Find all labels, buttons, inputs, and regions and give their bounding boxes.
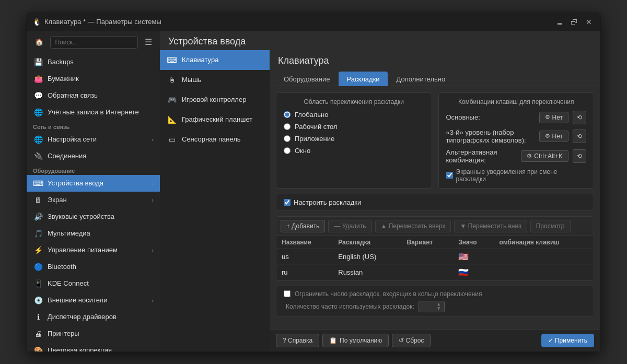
hamburger-button[interactable]: ☰ [142,36,155,49]
main-panel: Устройства ввода ⌨ Клавиатура 🖱 Мышь 🎮 [160,31,600,351]
table-row[interactable]: us English (US) 🇺🇸 [276,249,594,264]
main-shortcut-reset[interactable]: ⟲ [573,111,586,124]
device-tablet[interactable]: 📐 Графический планшет [160,110,270,130]
sidebar-item-multimedia[interactable]: 🎵 Мультимедиа [27,225,160,242]
row-shortcut [494,264,594,280]
screen-notify-checkbox[interactable] [446,172,453,179]
section-network: Сеть и связь [27,121,160,131]
devices-list: ⌨ Клавиатура 🖱 Мышь 🎮 Игровой контроллер… [160,50,270,351]
alt-shortcut-btn[interactable]: ⚙ Ctrl+Alt+K [521,150,568,162]
configure-checkbox[interactable] [284,199,291,206]
radio-desktop[interactable]: Рабочий стол [284,123,424,131]
sidebar-item-connections[interactable]: 🔌 Соединения [27,148,160,165]
home-button[interactable]: 🏠 [32,35,46,50]
bluetooth-icon: 🔵 [33,262,43,272]
device-touchpad[interactable]: ▭ Сенсорная панель [160,130,270,149]
sidebar: 🏠 ☰ 💾 Backups 👛 Бумажник 💬 Обратная связ… [27,31,160,351]
color-icon: 🎨 [33,345,43,351]
apply-button[interactable]: ✓ Применить [541,334,594,347]
sound-icon: 🔊 [33,212,43,222]
move-down-button[interactable]: ▼ Переместить вниз [454,220,527,232]
device-keyboard[interactable]: ⌨ Клавиатура [160,50,270,70]
reset-button[interactable]: ↺ Сброс [392,334,431,347]
add-button[interactable]: + Добавить [281,220,325,232]
app-icon: 🐧 [32,17,41,27]
sidebar-item-sound[interactable]: 🔊 Звуковые устройства [27,208,160,225]
level3-shortcut-reset[interactable]: ⟲ [573,130,586,143]
radio-window[interactable]: Окно [284,147,424,155]
sidebar-item-wallet[interactable]: 👛 Бумажник [27,71,160,87]
minimize-button[interactable]: 🗕 [553,17,566,27]
row-layout: Russian [333,264,401,280]
radio-window-input[interactable] [284,147,291,154]
content-area: 🏠 ☰ 💾 Backups 👛 Бумажник 💬 Обратная связ… [27,31,600,351]
sidebar-item-label: Мультимедиа [48,229,154,237]
tab-advanced[interactable]: Дополнительно [389,72,454,86]
sidebar-item-network[interactable]: 🌐 Настройка сети › [27,131,160,148]
sidebar-item-backups[interactable]: 💾 Backups [27,54,160,71]
count-spinner[interactable]: ▲ ▼ [419,301,445,312]
arrow-icon: › [152,297,154,303]
sidebar-item-bluetooth[interactable]: 🔵 Bluetooth [27,259,160,275]
search-input[interactable] [50,36,138,49]
move-up-button[interactable]: ▲ Переместить вверх [375,220,451,232]
tab-hardware[interactable]: Оборудование [276,72,338,86]
tab-content-layouts: Область переключения раскладки Глобально… [270,86,600,329]
sidebar-item-input-devices[interactable]: ⌨ Устройства ввода › [27,175,160,192]
power-icon: ⚡ [33,245,43,255]
device-mouse[interactable]: 🖱 Мышь [160,70,270,90]
radio-desktop-input[interactable] [284,123,291,130]
main-shortcut-btn[interactable]: ⚙ Нет [539,112,568,123]
backups-icon: 💾 [33,57,43,67]
panel-header: Устройства ввода [160,31,600,50]
row-variant [402,264,454,280]
sidebar-item-removable[interactable]: 💿 Внешние носители › [27,292,160,309]
help-button[interactable]: ? Справка [276,334,319,347]
restore-button[interactable]: 🗗 [568,17,580,27]
radio-app-input[interactable] [284,135,291,142]
close-button[interactable]: ✕ [583,17,595,27]
titlebar: 🐧 Клавиатура * — Параметры системы 🗕 🗗 ✕ [27,13,600,31]
col-name: Название [276,236,333,249]
radio-global-input[interactable] [284,111,291,118]
row-name: ru [276,264,333,280]
sidebar-item-color[interactable]: 🎨 Цветовая коррекция [27,342,160,351]
alt-shortcut-reset[interactable]: ⟲ [573,149,586,163]
radio-desktop-label: Рабочий стол [295,123,338,131]
limit-checkbox[interactable] [284,290,291,297]
remove-button[interactable]: — Удалить [328,220,371,232]
default-icon: 📋 [329,337,337,344]
radio-app[interactable]: Приложение [284,135,424,143]
radio-app-label: Приложение [295,135,334,143]
sidebar-item-feedback[interactable]: 💬 Обратная связь [27,87,160,104]
device-label: Клавиатура [182,56,218,64]
wallet-icon: 👛 [33,74,43,84]
settings-area: Клавиатура Оборудование Раскладки Дополн… [270,50,600,351]
row-shortcut [494,249,594,264]
default-button[interactable]: 📋 По умолчанию [322,334,389,347]
main-shortcut-row: Основные: ⚙ Нет ⟲ [446,111,587,124]
level3-shortcut-btn[interactable]: ⚙ Нет [539,131,568,142]
layouts-table: Название Раскладка Вариант Значо омбинац… [276,236,594,280]
main-window: 🐧 Клавиатура * — Параметры системы 🗕 🗗 ✕… [26,13,601,352]
sidebar-item-power[interactable]: ⚡ Управление питанием › [27,242,160,259]
radio-global[interactable]: Глобально [284,111,424,119]
sidebar-item-screen[interactable]: 🖥 Экран › [27,192,160,208]
breadcrumb-title: Устройства ввода [168,36,246,47]
row-variant [402,249,454,264]
device-gamepad[interactable]: 🎮 Игровой контроллер [160,90,270,110]
sidebar-item-label: Устройства ввода [48,179,147,187]
screen-notify-label: Экранные уведомления при смене раскладки [456,168,587,183]
sidebar-item-accounts[interactable]: 🌐 Учётные записи в Интернете [27,104,160,121]
tab-layouts[interactable]: Раскладки [339,72,387,86]
table-row[interactable]: ru Russian 🇷🇺 [276,264,594,280]
sidebar-item-label: Принтеры [48,330,154,337]
sidebar-item-printers[interactable]: 🖨 Принтеры [27,325,160,342]
window-controls: 🗕 🗗 ✕ [553,17,595,27]
preview-button[interactable]: Просмотр [530,220,571,232]
section-hardware: Оборудование [27,165,160,175]
limit-row: Ограничить число раскладок, входящих в к… [284,290,586,298]
connections-icon: 🔌 [33,151,43,161]
sidebar-item-drivers[interactable]: ℹ Диспетчер драйверов [27,309,160,325]
sidebar-item-kde-connect[interactable]: 📱 KDE Connect [27,275,160,292]
